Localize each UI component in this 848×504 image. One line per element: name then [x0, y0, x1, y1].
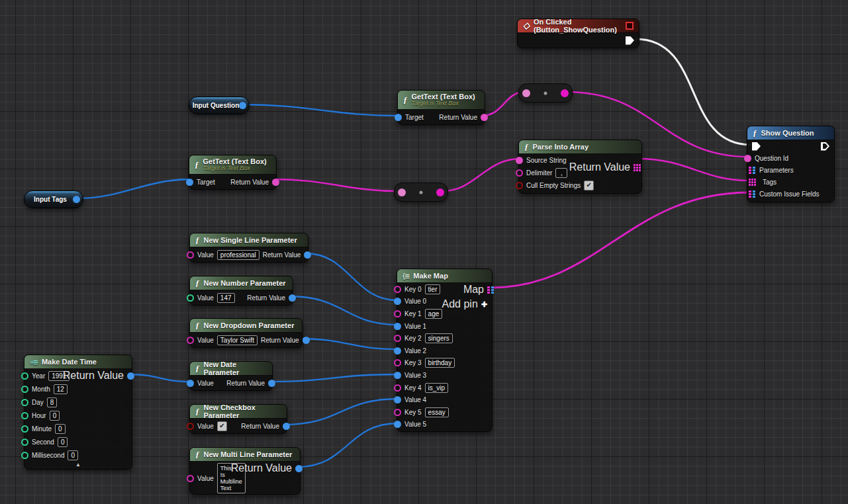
wire-inputtags-gettext-target[interactable] — [77, 179, 191, 198]
return-value-pin[interactable] — [481, 114, 488, 121]
node-make-date-time[interactable]: »≣ Make Date Time Year 1991 Month 12 Day… — [24, 355, 132, 470]
wire-makemap-customissuefields[interactable] — [490, 192, 749, 288]
month-field[interactable]: 12 — [54, 384, 68, 394]
node-new-date-parameter[interactable]: ƒ New Date Parameter Value Return Value — [189, 361, 273, 391]
value-pin[interactable] — [394, 347, 401, 355]
map-out-pin[interactable] — [487, 286, 495, 294]
key-pin[interactable] — [394, 286, 401, 293]
key-pin[interactable] — [394, 310, 401, 317]
value-field[interactable]: Taylor Swift — [217, 335, 258, 345]
value-pin[interactable] — [394, 323, 401, 330]
key-field[interactable]: birthday — [425, 358, 455, 368]
target-pin[interactable] — [395, 114, 402, 121]
key-field[interactable]: singers — [425, 333, 453, 343]
hour-field[interactable]: 0 — [50, 411, 60, 421]
source-string-pin[interactable] — [516, 157, 523, 164]
return-value-pin[interactable] — [268, 380, 275, 387]
wire-singleline-value0[interactable] — [305, 253, 398, 300]
node-input-tags[interactable]: Input Tags — [24, 190, 83, 208]
wire-makedatetime-datevalue[interactable] — [129, 374, 191, 382]
node-parse-into-array[interactable]: ƒ Parse Into Array Source String Delimit… — [518, 140, 642, 194]
key-field[interactable]: essay — [425, 407, 449, 417]
add-pin-button[interactable]: Add pin ✚ — [442, 298, 487, 310]
node-gettext-bottom[interactable]: ƒ GetText (Text Box) Target is Text Box … — [189, 155, 277, 190]
cull-empty-strings-pin[interactable] — [516, 182, 523, 189]
value-pin[interactable] — [187, 475, 194, 482]
return-value-pin[interactable] — [272, 179, 279, 186]
parameters-map-pin[interactable] — [749, 167, 756, 174]
value-pin[interactable] — [394, 396, 401, 403]
millisecond-pin[interactable] — [21, 452, 28, 459]
delimiter-field[interactable]: , — [555, 168, 567, 178]
reroute-out-pin[interactable] — [561, 89, 569, 97]
node-input-question[interactable]: Input Question — [189, 97, 250, 114]
reroute-node-tags[interactable] — [394, 183, 448, 202]
key-pin[interactable] — [394, 384, 401, 392]
node-show-question[interactable]: ƒ Show Question Question Id Parameters T… — [747, 126, 835, 202]
question-id-pin[interactable] — [744, 155, 751, 162]
return-value-pin[interactable] — [295, 465, 303, 472]
key-pin[interactable] — [394, 409, 401, 416]
key-field[interactable]: tier — [425, 284, 441, 294]
wire-multiline-value5[interactable] — [297, 423, 398, 467]
value-checkbox[interactable]: ✔ — [217, 421, 227, 431]
value-field[interactable]: 147 — [217, 293, 235, 303]
wire-number-value1[interactable] — [290, 296, 398, 325]
exec-out-pin[interactable] — [821, 142, 829, 151]
wire-reroute-sourcestring[interactable] — [442, 159, 520, 191]
return-value-pin[interactable] — [283, 423, 290, 430]
hour-pin[interactable] — [21, 412, 28, 419]
value-pin[interactable] — [394, 372, 401, 379]
wire-parsearray-tags[interactable] — [637, 159, 749, 181]
delimiter-pin[interactable] — [516, 169, 523, 177]
reroute-out-pin[interactable] — [436, 189, 444, 196]
second-field[interactable]: 0 — [58, 437, 68, 447]
node-new-single-line-parameter[interactable]: ƒ New Single Line Parameter Value profes… — [189, 233, 308, 263]
string-array-pin[interactable] — [634, 164, 641, 171]
wire-inputquestion-gettext-target[interactable] — [242, 105, 399, 116]
second-pin[interactable] — [21, 439, 28, 446]
exec-in-pin[interactable] — [752, 142, 761, 151]
node-new-dropdown-parameter[interactable]: ƒ New Dropdown Parameter Value Taylor Sw… — [189, 318, 303, 348]
node-new-checkbox-parameter[interactable]: ƒ New Checkbox Parameter Value ✔ Return … — [189, 404, 287, 434]
return-value-pin[interactable] — [303, 337, 310, 344]
return-value-pin[interactable] — [304, 251, 311, 259]
value-pin[interactable] — [187, 251, 194, 259]
reroute-in-pin[interactable] — [398, 189, 406, 196]
reroute-in-pin[interactable] — [522, 89, 530, 97]
node-new-multi-line-parameter[interactable]: ƒ New Multi Line Parameter Value This Is… — [189, 447, 301, 495]
node-gettext-top[interactable]: ƒ GetText (Text Box) Target is Text Box … — [397, 90, 485, 125]
key-pin[interactable] — [394, 359, 401, 366]
blueprint-graph[interactable]: { "graph": { "glyphs": { "function_icon"… — [0, 0, 848, 504]
wire-exec-onclicked-showquestion[interactable] — [636, 39, 751, 145]
return-value-pin[interactable] — [289, 294, 296, 302]
variable-out-pin[interactable] — [73, 196, 80, 203]
minute-field[interactable]: 0 — [55, 424, 66, 434]
key-field[interactable]: age — [425, 309, 443, 319]
exec-out-pin[interactable] — [626, 36, 634, 45]
day-pin[interactable] — [21, 399, 28, 406]
delegate-pin-icon[interactable] — [626, 22, 634, 30]
minute-pin[interactable] — [21, 425, 28, 433]
reroute-node-question[interactable] — [518, 83, 573, 103]
target-pin[interactable] — [186, 179, 193, 186]
value-pin[interactable] — [187, 380, 194, 387]
value-pin[interactable] — [394, 298, 401, 305]
value-pin[interactable] — [187, 294, 194, 302]
day-field[interactable]: 8 — [47, 398, 58, 407]
value-pin[interactable] — [187, 423, 194, 430]
month-pin[interactable] — [21, 386, 28, 393]
wire-dropdown-value2[interactable] — [299, 339, 398, 349]
millisecond-field[interactable]: 0 — [68, 450, 78, 460]
value-field[interactable]: professional — [217, 250, 259, 260]
return-value-pin[interactable] — [127, 372, 134, 380]
wire-date-value3[interactable] — [269, 374, 398, 382]
value-pin[interactable] — [394, 421, 401, 428]
variable-out-pin[interactable] — [239, 102, 246, 109]
key-field[interactable]: is_vip — [425, 383, 449, 393]
value-pin[interactable] — [187, 337, 194, 344]
node-new-number-parameter[interactable]: ƒ New Number Parameter Value 147 Return … — [189, 276, 293, 306]
cull-empty-strings-checkbox[interactable]: ✔ — [584, 181, 594, 190]
tags-array-pin[interactable] — [749, 179, 756, 186]
wire-gettext-reroute-bottom[interactable] — [273, 179, 399, 191]
